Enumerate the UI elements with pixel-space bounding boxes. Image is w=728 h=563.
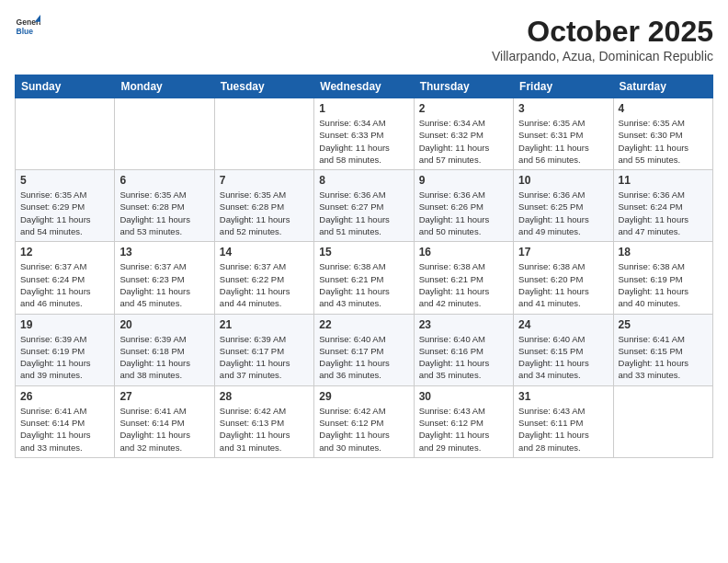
day-info: Sunrise: 6:41 AM Sunset: 6:14 PM Dayligh… bbox=[20, 405, 109, 454]
calendar-week-row: 1Sunrise: 6:34 AM Sunset: 6:33 PM Daylig… bbox=[16, 98, 713, 170]
day-info: Sunrise: 6:40 AM Sunset: 6:17 PM Dayligh… bbox=[319, 333, 408, 382]
day-number: 26 bbox=[20, 390, 109, 403]
calendar-cell: 10Sunrise: 6:36 AM Sunset: 6:25 PM Dayli… bbox=[514, 170, 613, 242]
day-info: Sunrise: 6:36 AM Sunset: 6:26 PM Dayligh… bbox=[419, 189, 508, 237]
day-info: Sunrise: 6:43 AM Sunset: 6:12 PM Dayligh… bbox=[419, 405, 508, 454]
day-info: Sunrise: 6:43 AM Sunset: 6:11 PM Dayligh… bbox=[518, 405, 608, 454]
day-number: 14 bbox=[220, 246, 309, 259]
weekday-header-row: SundayMondayTuesdayWednesdayThursdayFrid… bbox=[16, 75, 713, 98]
calendar-cell: 8Sunrise: 6:36 AM Sunset: 6:27 PM Daylig… bbox=[314, 170, 414, 242]
calendar-cell: 23Sunrise: 6:40 AM Sunset: 6:16 PM Dayli… bbox=[414, 314, 513, 385]
day-number: 19 bbox=[20, 318, 109, 331]
title-block: October 2025 Villarpando, Azua, Dominica… bbox=[492, 15, 713, 63]
weekday-header-sunday: Sunday bbox=[16, 75, 115, 98]
day-info: Sunrise: 6:35 AM Sunset: 6:29 PM Dayligh… bbox=[20, 189, 109, 237]
svg-text:Blue: Blue bbox=[17, 27, 34, 36]
location-subtitle: Villarpando, Azua, Dominican Republic bbox=[492, 49, 713, 63]
day-number: 15 bbox=[319, 246, 408, 259]
calendar-cell: 17Sunrise: 6:38 AM Sunset: 6:20 PM Dayli… bbox=[514, 242, 613, 314]
day-info: Sunrise: 6:34 AM Sunset: 6:33 PM Dayligh… bbox=[319, 117, 408, 166]
calendar-cell: 30Sunrise: 6:43 AM Sunset: 6:12 PM Dayli… bbox=[414, 385, 513, 457]
calendar-cell: 26Sunrise: 6:41 AM Sunset: 6:14 PM Dayli… bbox=[16, 385, 115, 457]
day-number: 8 bbox=[319, 174, 408, 187]
day-number: 9 bbox=[419, 174, 508, 187]
day-number: 11 bbox=[619, 174, 708, 187]
calendar-cell: 21Sunrise: 6:39 AM Sunset: 6:17 PM Dayli… bbox=[214, 314, 313, 385]
day-info: Sunrise: 6:38 AM Sunset: 6:21 PM Dayligh… bbox=[419, 260, 508, 309]
weekday-header-saturday: Saturday bbox=[613, 75, 712, 98]
day-info: Sunrise: 6:38 AM Sunset: 6:20 PM Dayligh… bbox=[518, 260, 608, 309]
calendar-cell: 4Sunrise: 6:35 AM Sunset: 6:30 PM Daylig… bbox=[613, 98, 712, 170]
day-number: 6 bbox=[119, 174, 209, 187]
month-title: October 2025 bbox=[492, 15, 713, 49]
day-number: 25 bbox=[619, 318, 708, 331]
day-info: Sunrise: 6:38 AM Sunset: 6:21 PM Dayligh… bbox=[319, 260, 408, 309]
day-number: 17 bbox=[518, 246, 608, 259]
calendar-cell: 24Sunrise: 6:40 AM Sunset: 6:15 PM Dayli… bbox=[514, 314, 613, 385]
day-info: Sunrise: 6:37 AM Sunset: 6:22 PM Dayligh… bbox=[220, 260, 309, 309]
day-info: Sunrise: 6:41 AM Sunset: 6:14 PM Dayligh… bbox=[119, 405, 209, 454]
logo: General Blue bbox=[15, 15, 40, 40]
day-info: Sunrise: 6:35 AM Sunset: 6:30 PM Dayligh… bbox=[619, 117, 708, 166]
calendar-cell: 11Sunrise: 6:36 AM Sunset: 6:24 PM Dayli… bbox=[613, 170, 712, 242]
calendar-cell: 22Sunrise: 6:40 AM Sunset: 6:17 PM Dayli… bbox=[314, 314, 414, 385]
day-number: 12 bbox=[20, 246, 109, 259]
day-number: 23 bbox=[419, 318, 508, 331]
day-number: 4 bbox=[619, 102, 708, 115]
calendar-week-row: 19Sunrise: 6:39 AM Sunset: 6:19 PM Dayli… bbox=[16, 314, 713, 385]
day-info: Sunrise: 6:36 AM Sunset: 6:25 PM Dayligh… bbox=[518, 189, 608, 237]
day-info: Sunrise: 6:41 AM Sunset: 6:15 PM Dayligh… bbox=[619, 333, 708, 382]
day-number: 30 bbox=[419, 390, 508, 403]
day-number: 29 bbox=[319, 390, 408, 403]
weekday-header-tuesday: Tuesday bbox=[214, 75, 313, 98]
day-number: 13 bbox=[119, 246, 209, 259]
calendar-cell: 5Sunrise: 6:35 AM Sunset: 6:29 PM Daylig… bbox=[16, 170, 115, 242]
calendar-cell: 20Sunrise: 6:39 AM Sunset: 6:18 PM Dayli… bbox=[115, 314, 214, 385]
day-number: 21 bbox=[220, 318, 309, 331]
day-number: 7 bbox=[220, 174, 309, 187]
calendar-cell bbox=[115, 98, 214, 170]
weekday-header-friday: Friday bbox=[514, 75, 613, 98]
calendar-cell: 25Sunrise: 6:41 AM Sunset: 6:15 PM Dayli… bbox=[613, 314, 712, 385]
calendar-cell: 16Sunrise: 6:38 AM Sunset: 6:21 PM Dayli… bbox=[414, 242, 513, 314]
day-info: Sunrise: 6:42 AM Sunset: 6:13 PM Dayligh… bbox=[220, 405, 309, 454]
calendar-cell bbox=[613, 385, 712, 457]
day-info: Sunrise: 6:36 AM Sunset: 6:27 PM Dayligh… bbox=[319, 189, 408, 237]
day-number: 31 bbox=[518, 390, 608, 403]
calendar-cell: 18Sunrise: 6:38 AM Sunset: 6:19 PM Dayli… bbox=[613, 242, 712, 314]
day-info: Sunrise: 6:35 AM Sunset: 6:28 PM Dayligh… bbox=[220, 189, 309, 237]
calendar-cell: 13Sunrise: 6:37 AM Sunset: 6:23 PM Dayli… bbox=[115, 242, 214, 314]
day-number: 27 bbox=[119, 390, 209, 403]
svg-text:General: General bbox=[17, 17, 40, 27]
day-info: Sunrise: 6:35 AM Sunset: 6:31 PM Dayligh… bbox=[518, 117, 608, 166]
calendar-cell: 29Sunrise: 6:42 AM Sunset: 6:12 PM Dayli… bbox=[314, 385, 414, 457]
day-number: 18 bbox=[619, 246, 708, 259]
weekday-header-monday: Monday bbox=[115, 75, 214, 98]
calendar-cell: 31Sunrise: 6:43 AM Sunset: 6:11 PM Dayli… bbox=[514, 385, 613, 457]
calendar-cell: 19Sunrise: 6:39 AM Sunset: 6:19 PM Dayli… bbox=[16, 314, 115, 385]
day-info: Sunrise: 6:37 AM Sunset: 6:23 PM Dayligh… bbox=[119, 260, 209, 309]
day-info: Sunrise: 6:38 AM Sunset: 6:19 PM Dayligh… bbox=[619, 260, 708, 309]
calendar-week-row: 26Sunrise: 6:41 AM Sunset: 6:14 PM Dayli… bbox=[16, 385, 713, 457]
day-number: 3 bbox=[518, 102, 608, 115]
calendar-table: SundayMondayTuesdayWednesdayThursdayFrid… bbox=[15, 75, 713, 458]
day-info: Sunrise: 6:40 AM Sunset: 6:15 PM Dayligh… bbox=[518, 333, 608, 382]
day-number: 28 bbox=[220, 390, 309, 403]
day-info: Sunrise: 6:36 AM Sunset: 6:24 PM Dayligh… bbox=[619, 189, 708, 237]
day-number: 2 bbox=[419, 102, 508, 115]
calendar-cell bbox=[16, 98, 115, 170]
calendar-cell: 28Sunrise: 6:42 AM Sunset: 6:13 PM Dayli… bbox=[214, 385, 313, 457]
calendar-cell: 7Sunrise: 6:35 AM Sunset: 6:28 PM Daylig… bbox=[214, 170, 313, 242]
weekday-header-thursday: Thursday bbox=[414, 75, 513, 98]
day-info: Sunrise: 6:39 AM Sunset: 6:17 PM Dayligh… bbox=[220, 333, 309, 382]
day-number: 1 bbox=[319, 102, 408, 115]
day-info: Sunrise: 6:34 AM Sunset: 6:32 PM Dayligh… bbox=[419, 117, 508, 166]
calendar-week-row: 5Sunrise: 6:35 AM Sunset: 6:29 PM Daylig… bbox=[16, 170, 713, 242]
day-info: Sunrise: 6:40 AM Sunset: 6:16 PM Dayligh… bbox=[419, 333, 508, 382]
calendar-cell: 12Sunrise: 6:37 AM Sunset: 6:24 PM Dayli… bbox=[16, 242, 115, 314]
day-number: 24 bbox=[518, 318, 608, 331]
day-info: Sunrise: 6:39 AM Sunset: 6:19 PM Dayligh… bbox=[20, 333, 109, 382]
day-info: Sunrise: 6:42 AM Sunset: 6:12 PM Dayligh… bbox=[319, 405, 408, 454]
page-header: General Blue October 2025 Villarpando, A… bbox=[15, 15, 713, 63]
day-number: 10 bbox=[518, 174, 608, 187]
